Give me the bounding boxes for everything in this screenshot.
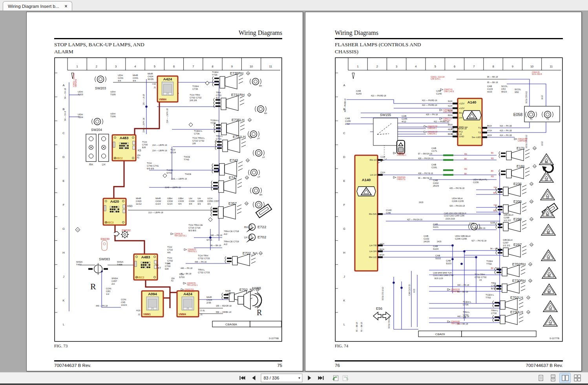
svg-text:LH-3/4: LH-3/4 <box>369 250 377 252</box>
svg-text:RD: RD <box>491 175 494 178</box>
svg-text:448 — PK-16: 448 — PK-16 <box>210 234 222 236</box>
footer-doc-number: 700744637 B Rev. <box>54 363 91 368</box>
svg-text:8: 8 <box>492 65 494 68</box>
svg-text:A420: A420 <box>110 199 119 203</box>
first-page-button[interactable] <box>238 374 247 382</box>
chevron-down-icon[interactable]: ▼ <box>297 374 302 382</box>
svg-text:T1: T1 <box>478 127 481 129</box>
layout-single-page-button[interactable] <box>535 373 546 383</box>
svg-text:3: 3 <box>396 65 397 68</box>
svg-text:448 — PK-18: 448 — PK-18 <box>181 267 192 269</box>
svg-text:/C8A22.F11WHRS459.1: /C8A22.F11WHRS459.1 <box>184 289 195 292</box>
svg-text:SCOL C58 9/12: SCOL C58 9/12 <box>526 91 528 104</box>
svg-text:E731LH: E731LH <box>233 135 246 139</box>
svg-text:CE: CE <box>527 297 530 299</box>
header-rule <box>335 38 563 39</box>
svg-text:UDHT206: UDHT206 <box>110 113 116 118</box>
page-running-header: Wiring Diagrams <box>335 29 563 36</box>
next-page-button[interactable] <box>305 374 314 382</box>
svg-text:440 — PK-18: 440 — PK-18 <box>457 315 469 318</box>
svg-text:F: F <box>343 203 345 207</box>
svg-text:84 — BK-18: 84 — BK-18 <box>64 88 66 99</box>
svg-text:RH: RH <box>244 226 248 229</box>
svg-text:96 — BK-16: 96 — BK-16 <box>475 227 485 229</box>
svg-text:S295: S295 <box>490 222 495 224</box>
svg-text:2: 2 <box>376 65 378 68</box>
svg-text:B2/24: B2/24 <box>448 110 453 112</box>
svg-text:YE: YE <box>493 186 496 189</box>
svg-text:J2: J2 <box>138 313 140 316</box>
svg-text:LH: LH <box>545 179 548 181</box>
svg-text:10: 10 <box>530 65 533 68</box>
previous-page-button[interactable] <box>250 374 258 382</box>
svg-text:D-22776B: D-22776B <box>269 337 279 340</box>
last-page-button[interactable] <box>317 374 325 382</box>
svg-text:C1/24: C1/24 <box>380 156 385 158</box>
next-view-button[interactable] <box>341 374 350 382</box>
svg-text:F: F <box>63 203 65 207</box>
svg-text:MHRC432G/14: MHRC432G/14 <box>155 197 161 205</box>
svg-text:7: 7 <box>473 65 475 68</box>
svg-text:RH-5/6: RH-5/6 <box>369 213 377 215</box>
svg-text:/C8A01D.C8CABS145.1: /C8A01D.C8CABS145.1 <box>427 131 438 135</box>
svg-text:RD: RD <box>491 157 494 160</box>
svg-text:CE: CE <box>247 73 249 74</box>
svg-text:B6/24: B6/24 <box>380 249 384 251</box>
svg-text:RH: RH <box>548 275 551 277</box>
svg-text:G: G <box>343 227 345 231</box>
svg-text:1: 1 <box>77 65 78 68</box>
svg-text:11: 11 <box>269 65 272 68</box>
svg-text:LH-7/8: LH-7/8 <box>369 244 377 247</box>
svg-text:E56: E56 <box>376 307 382 311</box>
svg-text:4: 4 <box>415 65 416 68</box>
svg-text:140 — RD/OR-18: 140 — RD/OR-18 <box>451 127 467 130</box>
svg-text:MHRC42011/12: MHRC42011/12 <box>136 197 142 205</box>
svg-text:LH: LH <box>546 197 549 199</box>
svg-text:B: B <box>62 107 64 111</box>
svg-text:CAB C103 /23: CAB C103 /23 <box>409 284 411 296</box>
svg-text:R: R <box>90 281 96 291</box>
svg-text:95 — BK-18: 95 — BK-18 <box>487 76 498 78</box>
document-tab[interactable]: Wiring Diagram Insert b... × <box>3 1 72 11</box>
svg-text:G: G <box>62 227 65 231</box>
svg-text:/C8A07.H1CAB C140.E: /C8A07.H1CAB C140.E <box>444 89 454 93</box>
tab-close-icon[interactable]: × <box>64 4 67 9</box>
svg-text:H: H <box>343 251 345 254</box>
svg-text:9: 9 <box>512 65 513 68</box>
svg-text:86 — BK-18: 86 — BK-18 <box>181 272 191 275</box>
svg-text:VMM4: VMM4 <box>159 98 166 101</box>
svg-text:J1: J1 <box>153 86 156 89</box>
svg-text:11/12: 11/12 <box>541 95 543 100</box>
page-indicator: 83 / 336 <box>261 376 279 380</box>
svg-text:E: E <box>62 179 64 183</box>
svg-text:T2: T2 <box>546 118 549 120</box>
layout-continuous-button[interactable] <box>548 373 558 383</box>
svg-text:A424: A424 <box>163 77 172 81</box>
svg-text:B5/24: B5/24 <box>487 125 492 127</box>
svg-text:K/23: K/23 <box>413 289 415 292</box>
svg-text:I-02: I-02 <box>152 83 156 85</box>
svg-text:T735: T735 <box>496 267 500 269</box>
svg-text:10: 10 <box>250 65 253 68</box>
page-number-combobox[interactable]: 83 / 336 ▼ <box>261 374 303 382</box>
svg-text:/C8A05.J9CABS3B1.1: /C8A05.J9CABS3B1.1 <box>397 152 407 156</box>
svg-text:/C8A05.E9CABS1711: /C8A05.E9CABS1711 <box>397 176 405 180</box>
svg-text:A483: A483 <box>120 136 129 140</box>
svg-text:E702LH: E702LH <box>510 296 523 300</box>
svg-text:KT: KT <box>158 267 161 269</box>
svg-text:C: C <box>343 131 345 135</box>
svg-text:E058: E058 <box>513 113 523 117</box>
svg-text:155 — RD/OR-18: 155 — RD/OR-18 <box>216 305 232 307</box>
svg-text:MHRC488: MHRC488 <box>225 290 231 295</box>
svg-text:440 — PK-18: 440 — PK-18 <box>457 284 469 286</box>
layout-two-page-continuous-button[interactable] <box>572 373 583 383</box>
svg-text:CE: CE <box>259 252 262 254</box>
svg-text:A483: A483 <box>141 255 150 259</box>
layout-two-page-button[interactable] <box>560 373 570 383</box>
svg-text:VMM4: VMM4 <box>179 313 186 316</box>
svg-text:6: 6 <box>173 65 175 68</box>
previous-view-button[interactable] <box>331 374 340 382</box>
svg-text:CAB MHR MHR TCHC101 C401: CAB MHR MHR TCHC101 C401 C499 C799 <box>433 272 453 276</box>
svg-text:BK: BK <box>493 192 496 194</box>
svg-text:LH: LH <box>102 163 106 166</box>
